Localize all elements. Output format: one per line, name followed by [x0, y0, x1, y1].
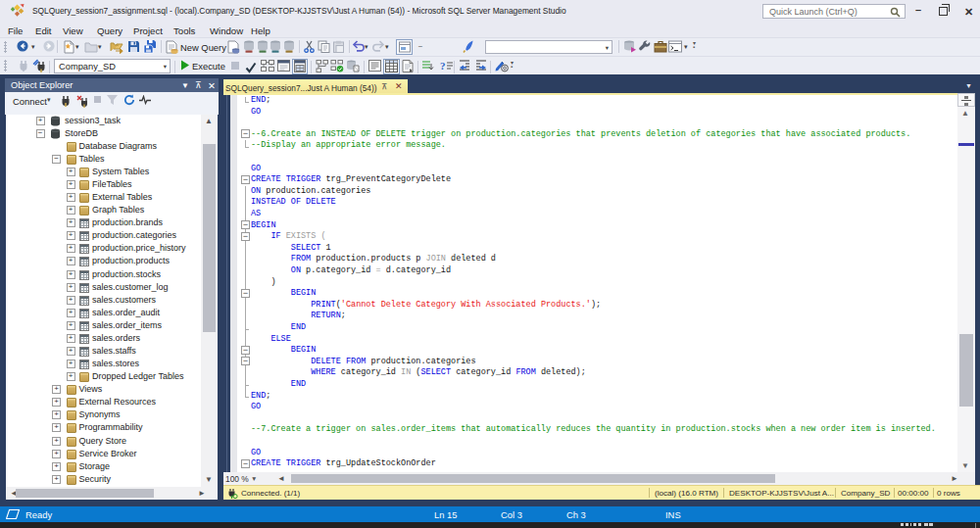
- svg-text:?: ?: [440, 60, 446, 72]
